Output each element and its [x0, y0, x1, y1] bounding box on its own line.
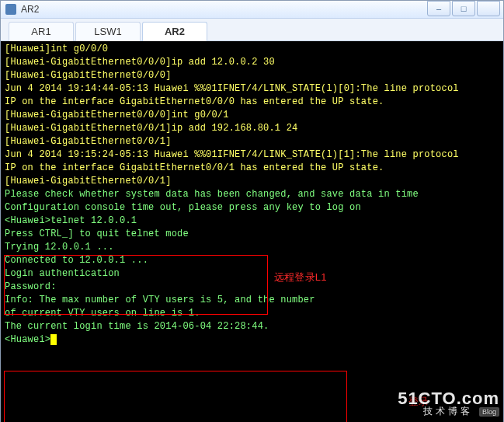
terminal-line: Jun 4 2014 19:14:44-05:13 Huawei %%01IFN…: [5, 82, 459, 96]
tab-lsw1[interactable]: LSW1: [75, 22, 141, 41]
terminal-line: Please check whether system data has bee…: [5, 188, 459, 201]
minimize-button[interactable]: –: [427, 1, 450, 16]
terminal-prompt: <Huawei>: [5, 334, 50, 345]
cursor-icon: [50, 334, 57, 345]
terminal-line: Connected to 12.0.0.1 ...: [5, 254, 459, 267]
watermark-tag: Blog: [479, 407, 499, 417]
maximize-button[interactable]: □: [452, 1, 475, 16]
terminal-line: Configuration console time out, please p…: [5, 201, 459, 214]
tab-ar2[interactable]: AR2: [142, 22, 207, 41]
annotation-box-login: [4, 371, 347, 422]
terminal-prompt-line[interactable]: <Huawei>: [5, 333, 459, 347]
app-window: AR2 – □ AR1 LSW1 AR2 [Huawei]int g0/0/0[…: [0, 0, 504, 422]
title-bar[interactable]: AR2 – □: [1, 1, 503, 19]
terminal[interactable]: [Huawei]int g0/0/0[Huawei-GigabitEtherne…: [1, 41, 503, 422]
overflow-button[interactable]: [477, 1, 500, 16]
annotation-label-telnet: 远程登录L1: [274, 270, 327, 284]
terminal-line: Password:: [5, 281, 459, 294]
terminal-line: Login authentication: [5, 267, 459, 281]
terminal-line: of current VTY users on line is 1.: [5, 307, 459, 320]
watermark-line2: 技术博客: [423, 406, 473, 417]
annotation-label-login: 登录: [408, 395, 429, 408]
terminal-line: IP on the interface GigabitEthernet0/0/1…: [5, 162, 459, 175]
terminal-line: The current login time is 2014-06-04 22:…: [5, 320, 459, 333]
terminal-line: [Huawei-GigabitEthernet0/0/1]: [5, 135, 459, 148]
terminal-content: [Huawei]int g0/0/0[Huawei-GigabitEtherne…: [5, 43, 459, 347]
terminal-line: Jun 4 2014 19:15:24-05:13 Huawei %%01IFN…: [5, 148, 459, 162]
window-title: AR2: [21, 4, 39, 15]
terminal-line: Press CTRL_] to quit telnet mode: [5, 228, 459, 241]
terminal-line: [Huawei-GigabitEthernet0/0/0]: [5, 69, 459, 82]
terminal-line: IP on the interface GigabitEthernet0/0/0…: [5, 96, 459, 109]
terminal-line: [Huawei-GigabitEthernet0/0/1]: [5, 175, 459, 188]
window-buttons: – □: [427, 1, 500, 16]
terminal-line: Info: The max number of VTY users is 5, …: [5, 294, 459, 307]
app-icon: [5, 4, 16, 15]
terminal-line: [Huawei-GigabitEthernet0/0/0]ip add 12.0…: [5, 56, 459, 69]
terminal-line: <Huawei>telnet 12.0.0.1: [5, 214, 459, 228]
tab-bar: AR1 LSW1 AR2: [1, 19, 503, 41]
terminal-line: [Huawei]int g0/0/0: [5, 43, 459, 56]
terminal-line: [Huawei-GigabitEthernet0/0/0]int g0/0/1: [5, 109, 459, 122]
tab-ar1[interactable]: AR1: [9, 22, 74, 41]
terminal-line: [Huawei-GigabitEthernet0/0/1]ip add 192.…: [5, 122, 459, 135]
terminal-line: Trying 12.0.0.1 ...: [5, 241, 459, 254]
